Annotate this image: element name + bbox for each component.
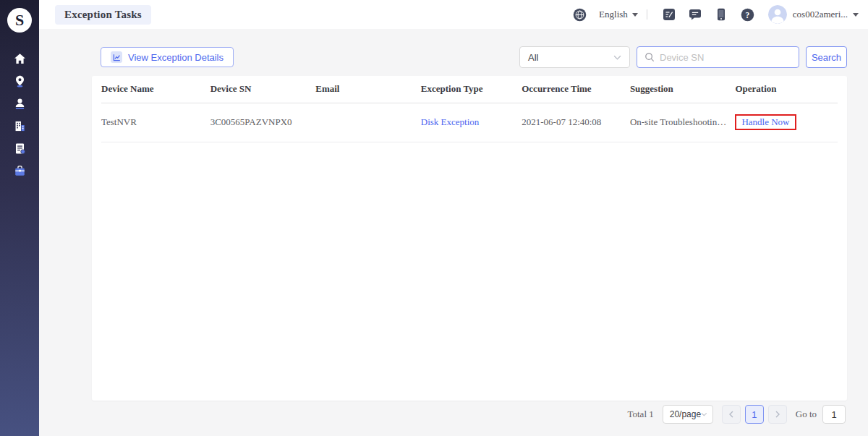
page-size-value: 20/page xyxy=(670,409,701,419)
chevron-right-icon xyxy=(775,411,780,418)
table-row: TestNVR 3C00565PAZVNPX0 Disk Exception 2… xyxy=(101,103,838,142)
sidebar-item-users[interactable] xyxy=(0,94,39,116)
filters: All Search xyxy=(519,46,847,68)
sidebar-item-organization[interactable] xyxy=(0,116,39,139)
exception-type-select-value: All xyxy=(528,52,538,63)
handle-now-link[interactable]: Handle Now xyxy=(741,116,789,127)
pagination: Total 1 20/page 1 Go to xyxy=(627,405,846,424)
chart-icon xyxy=(111,51,122,63)
cell-device-sn: 3C00565PAZVNPX0 xyxy=(210,103,316,142)
topbar: Exception Tasks English xyxy=(39,0,868,29)
search-button[interactable]: Search xyxy=(806,46,847,68)
device-sn-search-box xyxy=(637,46,799,68)
next-page-button[interactable] xyxy=(768,405,787,424)
sidebar-item-toolbox[interactable] xyxy=(0,161,39,184)
toolbox-icon xyxy=(14,165,26,180)
logo-icon: S xyxy=(7,8,32,33)
sidebar-item-devices[interactable] xyxy=(0,72,39,94)
chevron-down-icon xyxy=(613,55,621,60)
page-1-button[interactable]: 1 xyxy=(745,405,764,424)
feedback-icon[interactable] xyxy=(663,8,676,21)
language-selector-label[interactable]: English xyxy=(599,9,628,20)
help-icon[interactable]: ? xyxy=(741,8,754,22)
page-size-select[interactable]: 20/page xyxy=(663,405,713,424)
col-suggestion: Suggestion xyxy=(630,76,736,103)
content: View Exception Details All Search xyxy=(39,29,868,436)
col-email: Email xyxy=(315,76,421,103)
sidebar: S xyxy=(0,0,39,436)
goto-label: Go to xyxy=(796,409,817,420)
username-label[interactable]: cos002ameri... xyxy=(793,9,848,20)
svg-text:?: ? xyxy=(745,10,749,20)
message-icon[interactable] xyxy=(689,8,702,21)
globe-icon[interactable] xyxy=(573,8,587,22)
cell-device-name: TestNVR xyxy=(101,103,210,142)
sidebar-item-exception-tasks[interactable] xyxy=(0,139,39,161)
chevron-down-icon[interactable] xyxy=(632,13,638,17)
device-sn-input[interactable] xyxy=(660,52,791,63)
cell-operation: Handle Now xyxy=(735,103,838,142)
organization-icon xyxy=(14,120,26,135)
search-icon xyxy=(644,52,655,62)
main-area: Exception Tasks English xyxy=(39,0,868,436)
view-exception-details-button[interactable]: View Exception Details xyxy=(101,47,234,67)
col-exception-type: Exception Type xyxy=(421,76,522,103)
total-count-label: Total 1 xyxy=(627,409,653,420)
mobile-icon[interactable] xyxy=(715,8,728,21)
page-title: Exception Tasks xyxy=(55,5,151,25)
divider xyxy=(647,9,647,20)
toolbar: View Exception Details All Search xyxy=(92,46,847,68)
location-pin-icon xyxy=(14,75,26,90)
chevron-down-icon xyxy=(701,412,707,416)
app-logo[interactable]: S xyxy=(0,0,39,40)
cell-email xyxy=(315,103,421,142)
col-operation: Operation xyxy=(735,76,838,103)
prev-page-button[interactable] xyxy=(722,405,741,424)
cell-occurrence-time: 2021-06-07 12:40:08 xyxy=(522,103,630,142)
avatar[interactable] xyxy=(768,5,787,24)
goto-page-input[interactable] xyxy=(822,405,846,424)
topbar-actions: English xyxy=(573,5,859,24)
exception-tasks-table-card: Device Name Device SN Email Exception Ty… xyxy=(92,76,847,401)
handle-now-highlight: Handle Now xyxy=(735,114,796,130)
table-header-row: Device Name Device SN Email Exception Ty… xyxy=(101,76,838,103)
chevron-left-icon xyxy=(728,411,734,418)
disk-exception-link[interactable]: Disk Exception xyxy=(421,116,480,127)
exception-tasks-table: Device Name Device SN Email Exception Ty… xyxy=(101,76,838,142)
col-device-name: Device Name xyxy=(101,76,210,103)
cell-exception-type: Disk Exception xyxy=(421,103,522,142)
view-exception-details-label: View Exception Details xyxy=(128,52,224,63)
user-icon xyxy=(14,98,26,113)
col-occurrence-time: Occurrence Time xyxy=(522,76,630,103)
cell-suggestion: On-site Troubleshooting+Contacting ... xyxy=(630,103,736,142)
sidebar-nav xyxy=(0,49,39,184)
sidebar-item-home[interactable] xyxy=(0,49,39,72)
chevron-down-icon[interactable] xyxy=(853,13,859,17)
tasks-icon xyxy=(14,142,26,158)
exception-type-select[interactable]: All xyxy=(519,46,630,68)
app-window: S xyxy=(0,0,868,436)
home-icon xyxy=(14,53,26,68)
col-device-sn: Device SN xyxy=(210,76,316,103)
